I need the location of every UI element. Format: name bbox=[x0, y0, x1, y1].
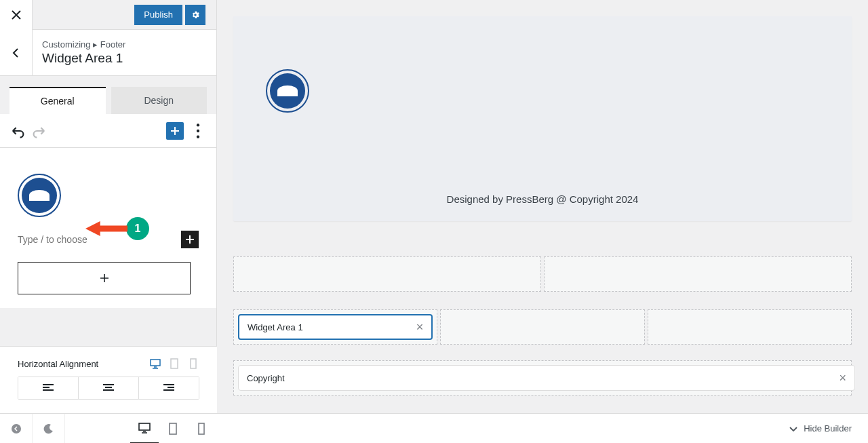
builder-mid-right[interactable] bbox=[648, 309, 852, 345]
svg-rect-3 bbox=[151, 360, 160, 366]
preview-logo bbox=[266, 69, 309, 113]
gear-icon bbox=[191, 10, 200, 20]
builder-top-right[interactable] bbox=[544, 256, 852, 292]
tablet-icon bbox=[166, 422, 180, 436]
back-button[interactable] bbox=[0, 30, 33, 75]
builder-mid-center[interactable] bbox=[440, 309, 644, 345]
breadcrumb: Customizing ▸ Footer bbox=[42, 39, 125, 50]
moon-icon bbox=[43, 423, 55, 435]
align-left-icon bbox=[43, 384, 54, 392]
builder-bottom[interactable]: Copyright × bbox=[233, 360, 852, 396]
svg-point-0 bbox=[197, 123, 199, 126]
svg-point-1 bbox=[197, 129, 199, 132]
preview-footer-text: Designed by PressBerg @ Copyright 2024 bbox=[233, 193, 852, 205]
plus-icon bbox=[98, 271, 111, 285]
svg-rect-7 bbox=[139, 423, 150, 430]
tab-general[interactable]: General bbox=[9, 87, 106, 114]
svg-rect-9 bbox=[199, 423, 204, 434]
svg-point-6 bbox=[12, 424, 21, 434]
chevron-left-circle-icon bbox=[10, 423, 22, 435]
mobile-icon bbox=[195, 422, 208, 436]
chevron-down-icon bbox=[787, 423, 800, 435]
add-block-button[interactable] bbox=[166, 122, 184, 140]
page-title: Widget Area 1 bbox=[42, 51, 125, 66]
dark-mode-button[interactable] bbox=[33, 414, 65, 444]
responsive-desktop-button[interactable] bbox=[130, 414, 159, 444]
widget-label: Widget Area 1 bbox=[248, 322, 303, 332]
desktop-icon bbox=[138, 421, 151, 435]
copyright-label: Copyright bbox=[247, 373, 285, 383]
align-right-button[interactable] bbox=[139, 377, 199, 399]
settings-button[interactable] bbox=[185, 5, 205, 25]
add-block-wide-button[interactable] bbox=[18, 262, 191, 294]
align-right-icon bbox=[163, 384, 174, 392]
plus-icon bbox=[169, 125, 181, 137]
device-mobile-icon[interactable] bbox=[187, 358, 199, 370]
publish-button[interactable]: Publish bbox=[134, 5, 182, 25]
close-icon bbox=[12, 10, 21, 20]
preview-canvas: Designed by PressBerg @ Copyright 2024 bbox=[233, 16, 852, 221]
inline-add-button[interactable] bbox=[181, 231, 199, 248]
builder-mid-left[interactable]: Widget Area 1 × bbox=[233, 309, 437, 345]
undo-icon bbox=[9, 123, 26, 139]
svg-rect-4 bbox=[171, 359, 178, 368]
builder-top-left[interactable] bbox=[233, 256, 541, 292]
responsive-mobile-button[interactable] bbox=[187, 414, 216, 444]
close-button[interactable] bbox=[0, 0, 33, 30]
align-left-button[interactable] bbox=[18, 377, 79, 399]
svg-rect-5 bbox=[191, 359, 196, 368]
logo-preview[interactable] bbox=[18, 174, 61, 217]
undo-button[interactable] bbox=[9, 123, 26, 139]
widget-area-1-pill[interactable]: Widget Area 1 × bbox=[238, 314, 433, 340]
more-vertical-icon bbox=[189, 122, 207, 140]
collapse-sidebar-button[interactable] bbox=[0, 414, 33, 444]
remove-copyright-button[interactable]: × bbox=[839, 371, 846, 385]
redo-icon bbox=[31, 123, 47, 139]
more-options-button[interactable] bbox=[189, 122, 207, 140]
tab-design[interactable]: Design bbox=[111, 87, 208, 114]
svg-point-2 bbox=[197, 135, 199, 138]
responsive-tablet-button[interactable] bbox=[159, 414, 187, 444]
device-tablet-icon[interactable] bbox=[168, 358, 180, 370]
hide-builder-button[interactable]: Hide Builder bbox=[787, 423, 868, 435]
plus-icon bbox=[184, 233, 196, 246]
block-type-input[interactable]: Type / to choose bbox=[18, 234, 87, 245]
chevron-left-icon bbox=[11, 47, 22, 58]
remove-widget-button[interactable]: × bbox=[416, 320, 424, 334]
svg-rect-8 bbox=[170, 423, 176, 434]
horizontal-alignment-label: Horizontal Alignment bbox=[18, 359, 98, 369]
device-desktop-icon[interactable] bbox=[149, 358, 161, 370]
align-center-button[interactable] bbox=[79, 377, 139, 399]
copyright-pill[interactable]: Copyright × bbox=[238, 365, 855, 391]
redo-button[interactable] bbox=[31, 123, 47, 139]
align-center-icon bbox=[103, 384, 114, 392]
